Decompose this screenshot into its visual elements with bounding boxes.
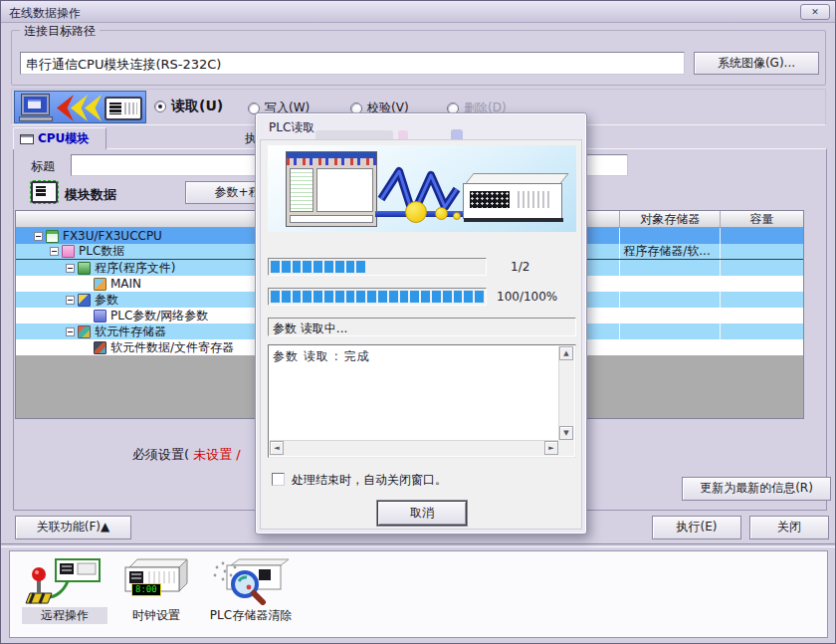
row-label: PLC参数/网络参数: [110, 309, 208, 323]
status-field: 参数 读取中...: [268, 318, 576, 336]
progress-percent-label: 100/100%: [497, 290, 557, 304]
arrow-left-yellow-icon: [85, 95, 102, 121]
close-icon[interactable]: ✕: [800, 4, 830, 20]
plc-module-icon: [104, 97, 142, 120]
horizontal-scrollbar[interactable]: ◄ ►: [270, 440, 558, 456]
radio-read[interactable]: 读取(U): [154, 98, 223, 115]
row-label: PLC数据: [79, 244, 124, 259]
tab-cpu-module[interactable]: CPU模块: [13, 127, 106, 149]
connection-path-group: 连接目标路径 串行通信CPU模块连接(RS-232C) 系统图像(G)...: [11, 30, 826, 86]
clock-setting-button[interactable]: 8:00 时钟设置: [113, 557, 199, 633]
parameter-icon: [78, 294, 91, 307]
signal-dot-icon: [453, 212, 461, 220]
separator: [1, 543, 836, 547]
note-unset: 未设置: [193, 447, 232, 462]
cpu-node-icon: [46, 230, 59, 243]
plc-device-icon: [463, 183, 562, 219]
computer-base: [19, 116, 53, 121]
row-label: MAIN: [110, 277, 141, 292]
device-data-icon: [94, 341, 106, 354]
clock-setting-icon: [113, 557, 199, 605]
window-title: 在线数据操作: [9, 5, 81, 22]
tab-cpu-module-label: CPU模块: [38, 130, 89, 147]
note-prefix: 必须设置(: [132, 447, 189, 462]
plc-memory-clear-icon: [201, 557, 301, 605]
progress-files-label: 1/2: [511, 260, 529, 274]
collapse-icon[interactable]: [34, 232, 43, 241]
read-direction-icon: [14, 91, 146, 123]
module-data-label: 模块数据: [65, 186, 116, 204]
signal-dot-icon: [435, 207, 448, 220]
scroll-down-icon[interactable]: ▼: [559, 426, 573, 440]
scroll-right-icon[interactable]: ►: [544, 441, 558, 455]
row-label: 参数: [95, 293, 118, 308]
remote-operation-label: 远程操作: [22, 607, 107, 624]
collapse-icon[interactable]: [66, 264, 75, 273]
remote-operation-icon: [22, 557, 107, 605]
log-text: 参数 读取 : 完成: [273, 348, 370, 365]
col-memory: 对象存储器: [620, 211, 721, 227]
program-file-icon: [94, 278, 106, 291]
title-label: 标题: [31, 158, 55, 175]
radio-read-label: 读取(U): [171, 98, 223, 115]
row-label: 软元件数据/文件寄存器: [110, 340, 234, 355]
row-label: 程序(程序文件): [95, 261, 175, 276]
module-data-icon: [31, 181, 58, 203]
cpu-module-tab-icon: [20, 134, 34, 144]
related-functions-panel: 远程操作 8:00 时钟设置: [9, 550, 828, 638]
plc-memory-clear-button[interactable]: PLC存储器清除: [201, 557, 301, 633]
plc-network-param-icon: [94, 310, 106, 322]
clock-badge: 8:00: [131, 583, 161, 596]
related-functions-button[interactable]: 关联功能(F)▲: [15, 516, 131, 539]
signal-dot-icon: [405, 201, 427, 223]
close-button[interactable]: 关闭: [749, 516, 829, 539]
vertical-scrollbar[interactable]: ▲ ▼: [558, 346, 574, 440]
plc-data-icon: [62, 245, 75, 258]
window-titlebar: 在线数据操作 ✕: [1, 1, 835, 23]
software-window-icon: [286, 151, 377, 227]
progress-bar-files: [268, 258, 487, 276]
dialog-title: PLC读取: [269, 119, 314, 136]
collapse-icon[interactable]: [50, 247, 59, 256]
auto-close-label: 处理结束时，自动关闭窗口。: [292, 472, 447, 489]
plc-read-dialog: PLC读取 1/2 100/100%: [255, 112, 587, 535]
system-image-button[interactable]: 系统图像(G)...: [694, 52, 819, 75]
execute-button[interactable]: 执行(E): [652, 516, 741, 539]
scroll-up-icon[interactable]: ▲: [559, 346, 573, 360]
plc-memory-clear-label: PLC存储器清除: [201, 607, 301, 624]
collapse-icon[interactable]: [66, 296, 75, 305]
connection-path-label: 连接目标路径: [20, 23, 100, 40]
scrollbar-corner: [558, 440, 574, 456]
row-label: 软元件存储器: [95, 324, 166, 339]
note-slash: /: [236, 447, 240, 462]
connection-path-field[interactable]: 串行通信CPU模块连接(RS-232C): [20, 52, 685, 75]
online-data-operation-window: 在线数据操作 ✕ 连接目标路径 串行通信CPU模块连接(RS-232C) 系统图…: [0, 0, 836, 644]
required-setting-note: 必须设置( 未设置 /: [132, 446, 241, 464]
transfer-illustration: [268, 145, 576, 232]
device-memory-icon: [78, 325, 91, 338]
refresh-button[interactable]: 更新为最新的信息(R): [682, 477, 831, 501]
auto-close-checkbox[interactable]: [272, 473, 285, 486]
collapse-icon[interactable]: [66, 327, 75, 336]
clock-setting-label: 时钟设置: [113, 607, 199, 624]
col-capacity: 容量: [721, 211, 803, 227]
program-icon: [78, 262, 91, 275]
radio-read-dot: [154, 101, 166, 112]
cancel-button[interactable]: 取消: [377, 501, 467, 526]
log-area[interactable]: 参数 读取 : 完成 ▲ ▼ ◄ ►: [268, 344, 576, 458]
row-label: FX3U/FX3UCCPU: [63, 229, 162, 244]
remote-operation-button[interactable]: 远程操作: [22, 557, 107, 633]
scroll-left-icon[interactable]: ◄: [270, 441, 284, 455]
computer-icon: [22, 95, 49, 114]
progress-bar-percent: [268, 288, 487, 306]
